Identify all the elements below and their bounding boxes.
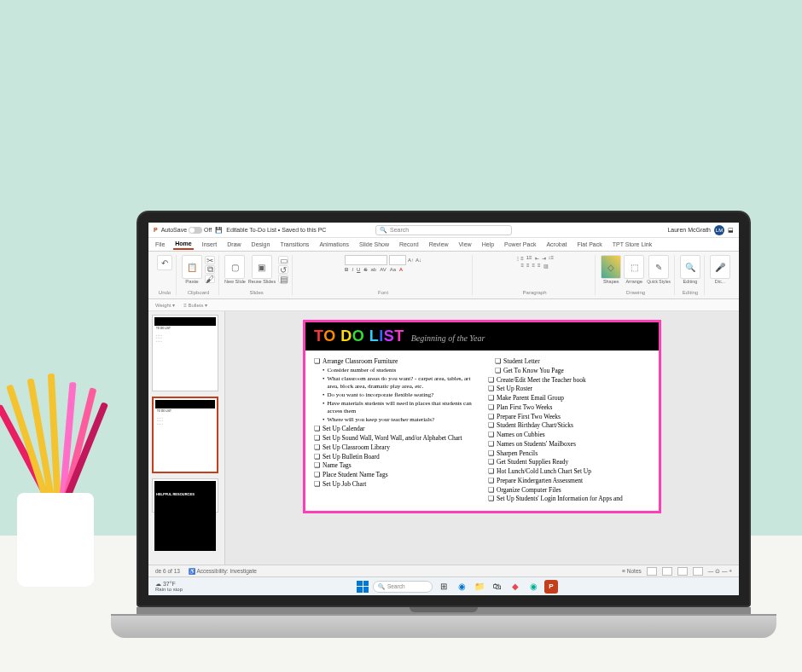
tab-power-pack[interactable]: Power Pack bbox=[503, 240, 538, 249]
task-view-icon[interactable]: ⊞ bbox=[437, 580, 450, 594]
list-item[interactable]: ❏ Make Parent Email Group bbox=[488, 394, 650, 403]
tab-file[interactable]: File bbox=[154, 240, 166, 249]
dictate-button[interactable]: 🎤 bbox=[710, 255, 730, 279]
edge-icon[interactable]: ◉ bbox=[455, 580, 468, 594]
checklist-column-1[interactable]: ❏ Arrange Classroom Furniture• Consider … bbox=[314, 357, 476, 504]
slide-thumbnail[interactable]: TO DO LIST ▫ ▫ ▫ ▫▫ ▫ ▫ ▫▫ ▫ ▫ ▫ bbox=[152, 397, 218, 473]
list-item[interactable]: ❏ Student Birthday Chart/Sticks bbox=[488, 421, 650, 430]
accessibility-checker[interactable]: ♿ Accessibility: Investigate bbox=[189, 568, 257, 575]
cut-button[interactable]: ✂ bbox=[205, 256, 215, 264]
list-item[interactable]: ❏ Get To Know You Page bbox=[488, 367, 650, 375]
slide-title[interactable]: TO DO LIST bbox=[314, 327, 404, 345]
avatar[interactable]: LM bbox=[714, 225, 724, 235]
list-item[interactable]: ❏ Set Up Roster bbox=[488, 385, 650, 393]
quick-styles-button[interactable]: ✎ bbox=[648, 255, 669, 279]
list-item[interactable]: ❏ Set Up Bulletin Board bbox=[314, 453, 476, 461]
tab-view[interactable]: View bbox=[457, 240, 474, 249]
copy-button[interactable]: ⧉ bbox=[205, 265, 215, 274]
shapes-button[interactable]: ◇ bbox=[601, 255, 621, 279]
start-button[interactable] bbox=[357, 581, 369, 593]
justify-button[interactable]: ≡ bbox=[538, 263, 541, 269]
tab-slide-show[interactable]: Slide Show bbox=[357, 240, 391, 249]
powerpoint-taskbar-icon[interactable]: P bbox=[544, 580, 558, 594]
numbering-button[interactable]: 1≡ bbox=[526, 255, 532, 261]
tab-transitions[interactable]: Transitions bbox=[278, 240, 311, 249]
list-item[interactable]: ❏ Names on Cubbies bbox=[488, 431, 650, 439]
list-item[interactable]: ❏ Hot Lunch/Cold Lunch Chart Set Up bbox=[488, 467, 650, 476]
tab-animations[interactable]: Animations bbox=[317, 240, 351, 249]
underline-button[interactable]: U bbox=[357, 267, 360, 272]
search-input[interactable]: 🔍 Search bbox=[375, 225, 512, 235]
bold-button[interactable]: B bbox=[345, 267, 348, 272]
align-center-button[interactable]: ≡ bbox=[526, 263, 530, 269]
decrease-font-button[interactable]: A↓ bbox=[416, 258, 421, 263]
zoom-slider[interactable]: — ⊙ — + bbox=[708, 568, 732, 575]
paste-button[interactable]: 📋 bbox=[182, 255, 202, 279]
user-name[interactable]: Lauren McGrath bbox=[667, 227, 711, 233]
reuse-slides-button[interactable]: ▣ bbox=[252, 255, 272, 279]
slide[interactable]: TO DO LIST Beginning of the Year ❏ Arran… bbox=[303, 320, 661, 513]
list-item[interactable]: ❏ Place Student Name Tags bbox=[314, 471, 476, 479]
reset-button[interactable]: ↺ bbox=[278, 265, 288, 274]
align-left-button[interactable]: ≡ bbox=[521, 263, 525, 269]
app-icon[interactable]: ◉ bbox=[526, 580, 540, 594]
list-item[interactable]: ❏ Create/Edit Meet the Teacher book bbox=[488, 376, 650, 385]
list-item[interactable]: • Do you want to incorporate flexible se… bbox=[314, 391, 476, 399]
strike-button[interactable]: S bbox=[363, 267, 367, 272]
tab-review[interactable]: Review bbox=[427, 240, 450, 249]
list-item[interactable]: • Consider number of students bbox=[314, 367, 476, 374]
checklist-column-2[interactable]: ❏ Student Letter❏ Get To Know You Page❏ … bbox=[488, 357, 650, 504]
tab-draw[interactable]: Draw bbox=[225, 240, 242, 249]
slideshow-button[interactable] bbox=[693, 567, 703, 576]
font-size-select[interactable] bbox=[389, 255, 406, 265]
layout-button[interactable]: ▭ bbox=[278, 256, 288, 264]
list-item[interactable]: ❏ Set Up Classroom Library bbox=[314, 443, 476, 452]
indent-inc-button[interactable]: ⇥ bbox=[542, 255, 546, 261]
list-item[interactable]: • Have materials students will need in p… bbox=[314, 400, 476, 415]
list-item[interactable]: ❏ Name Tags bbox=[314, 461, 476, 470]
tab-record[interactable]: Record bbox=[398, 240, 421, 249]
tab-design[interactable]: Design bbox=[250, 240, 272, 249]
format-painter-button[interactable]: 🖌 bbox=[205, 275, 215, 283]
slide-thumbnail[interactable]: HELPFUL RESOURCES bbox=[152, 478, 218, 513]
font-family-select[interactable] bbox=[345, 255, 387, 265]
list-item[interactable]: ❏ Set Up Job Chart bbox=[314, 480, 476, 489]
sorter-view-button[interactable] bbox=[662, 567, 672, 576]
list-item[interactable]: ❏ Student Letter bbox=[488, 357, 650, 366]
slide-thumbnail[interactable]: TO DO LIST ▫ ▫ ▫ ▫▫ ▫ ▫ ▫▫ ▫ ▫ ▫ bbox=[152, 315, 218, 391]
list-item[interactable]: ❏ Names on Students' Mailboxes bbox=[488, 440, 650, 449]
notes-button[interactable]: ≡ Notes bbox=[622, 568, 642, 574]
change-case-button[interactable]: Aa bbox=[390, 267, 396, 272]
list-item[interactable]: ❏ Arrange Classroom Furniture bbox=[314, 357, 476, 366]
tab-insert[interactable]: Insert bbox=[200, 240, 219, 249]
arrange-button[interactable]: ⬚ bbox=[624, 255, 644, 279]
reading-view-button[interactable] bbox=[677, 567, 688, 576]
list-item[interactable]: ❏ Sharpen Pencils bbox=[488, 449, 650, 458]
tab-acrobat[interactable]: Acrobat bbox=[544, 240, 568, 249]
autosave-toggle[interactable]: AutoSave Off bbox=[161, 227, 212, 234]
increase-font-button[interactable]: A↑ bbox=[408, 258, 414, 263]
app-icon[interactable]: ◆ bbox=[509, 580, 522, 594]
new-slide-button[interactable]: ▢ bbox=[224, 255, 245, 279]
list-item[interactable]: ❏ Prepare Kindergarten Assessment bbox=[488, 477, 650, 485]
taskbar-search[interactable]: 🔍Search bbox=[373, 581, 433, 593]
list-item[interactable]: • What classroom areas do you want? - ca… bbox=[314, 375, 476, 391]
explorer-icon[interactable]: 📁 bbox=[473, 580, 486, 594]
list-item[interactable]: ❏ Set Up Students' Login Information for… bbox=[488, 495, 650, 503]
columns-button[interactable]: ▥ bbox=[543, 263, 549, 269]
italic-button[interactable]: I bbox=[352, 267, 353, 272]
shadow-button[interactable]: ab bbox=[370, 267, 376, 272]
list-item[interactable]: ❏ Set Up Sound Wall, Word Wall, and/or A… bbox=[314, 434, 476, 443]
line-spacing-button[interactable]: ↕≡ bbox=[549, 255, 555, 261]
list-item[interactable]: • Where will you keep your teacher mater… bbox=[314, 416, 476, 424]
bullets-button[interactable]: ⋮≡ bbox=[515, 255, 524, 261]
weather-widget[interactable]: ☁ 37°F Rain to stop bbox=[155, 581, 183, 592]
char-spacing-button[interactable]: AV bbox=[380, 267, 386, 272]
list-item[interactable]: ❏ Set Up Calendar bbox=[314, 425, 476, 433]
font-color-button[interactable]: A bbox=[399, 267, 403, 272]
undo-button[interactable]: ↶ bbox=[157, 255, 172, 270]
store-icon[interactable]: 🛍 bbox=[491, 580, 504, 594]
slide-canvas[interactable]: TO DO LIST Beginning of the Year ❏ Arran… bbox=[225, 311, 739, 565]
list-item[interactable]: ❏ Prepare First Two Weeks bbox=[488, 413, 650, 421]
tab-flat-pack[interactable]: Flat Pack bbox=[576, 240, 604, 249]
